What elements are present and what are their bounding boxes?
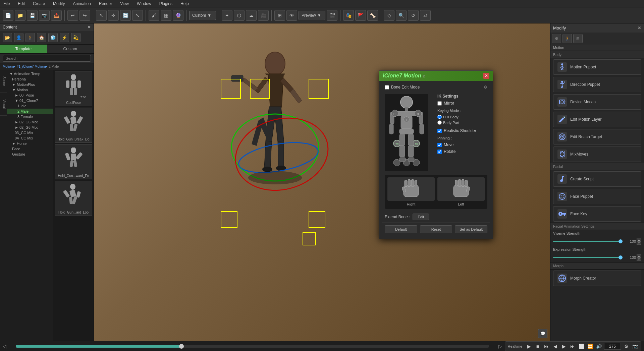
tree-item[interactable]: ► 02_G6 Moti: [7, 119, 53, 125]
align-btn[interactable]: ▦: [161, 10, 171, 21]
paint-btn[interactable]: 🖌: [149, 10, 159, 21]
mirror-checkbox[interactable]: [437, 101, 442, 106]
expression-spin[interactable]: ▲ ▼: [637, 254, 641, 261]
ground-btn[interactable]: ⬡: [234, 10, 245, 21]
modify-tab-sliders[interactable]: ⚙: [552, 34, 561, 43]
viewport[interactable]: iClone7 Motion ♬ ✕ Bone Edit Mode ⚙: [94, 23, 550, 341]
body-part-radio[interactable]: [437, 120, 442, 125]
viseme-slider[interactable]: [553, 241, 621, 242]
thumb-holdgun3[interactable]: Hold_Gun...ard_Loo: [55, 181, 92, 216]
menu-view[interactable]: View: [118, 1, 131, 7]
step-fwd-btn[interactable]: ▶: [560, 343, 567, 350]
timeline-left-arrow[interactable]: ◁: [3, 344, 6, 349]
edit-reach-target-btn[interactable]: Edit Reach Target: [553, 129, 641, 144]
tree-item[interactable]: 3.Female: [7, 114, 53, 119]
audio-btn[interactable]: 🔊: [595, 343, 602, 350]
hand-right[interactable]: Right: [387, 177, 435, 206]
full-body-radio[interactable]: [437, 115, 442, 119]
prop-icon[interactable]: 🧊: [48, 33, 58, 42]
video-btn[interactable]: 🎬: [327, 10, 337, 21]
timeline-bar[interactable]: [16, 345, 489, 348]
default-btn[interactable]: Default: [385, 225, 417, 233]
frame-display[interactable]: 275: [604, 343, 621, 350]
device-mocap-btn[interactable]: Device Mocap: [553, 94, 641, 110]
template-tab[interactable]: Template: [0, 45, 47, 53]
menu-render[interactable]: Render: [97, 1, 114, 7]
thumb-holdgun1[interactable]: Hold_Gun_Break_Do: [55, 108, 92, 143]
mix-moves-btn[interactable]: MixMoves: [553, 147, 641, 162]
save-btn[interactable]: 💾: [27, 10, 38, 21]
bone-edit-settings[interactable]: ⚙: [484, 85, 487, 90]
step-back-btn[interactable]: ◀: [552, 343, 558, 350]
tree-item[interactable]: ► MotionPlus: [7, 82, 53, 87]
menu-file[interactable]: File: [1, 1, 12, 7]
menu-edit[interactable]: Edit: [16, 1, 27, 7]
new-btn[interactable]: 📄: [3, 10, 13, 21]
tree-item[interactable]: ▼ 01_iClone7: [7, 98, 53, 103]
morph-creator-btn[interactable]: Morph Creator: [553, 271, 641, 286]
character-icon[interactable]: 🚶: [25, 33, 35, 42]
viseme-up[interactable]: ▲: [637, 238, 641, 241]
mocap-btn[interactable]: 🎭: [343, 10, 354, 21]
viewport-chat-icon[interactable]: 💬: [538, 329, 547, 338]
thumb-coolpose[interactable]: 7:00 CoolPose: [55, 71, 92, 106]
tree-item[interactable]: ▼ Motion: [7, 87, 53, 93]
extend-edit-btn[interactable]: Edit: [413, 214, 429, 220]
grid-btn[interactable]: ⊞: [274, 10, 285, 21]
tree-item[interactable]: 1.Idle: [7, 103, 53, 109]
folder-icon[interactable]: 📂: [3, 33, 12, 42]
thumb-holdgun2[interactable]: Hold_Gun...ward_En: [55, 144, 92, 179]
visual-tab[interactable]: Visual: [0, 93, 7, 116]
redo-btn[interactable]: ↪: [79, 10, 90, 21]
menu-plugins[interactable]: Plugins: [157, 1, 174, 7]
search-toolbar-btn[interactable]: 🔍: [396, 10, 407, 21]
menu-modify[interactable]: Modify: [51, 1, 67, 7]
sync-btn[interactable]: ⇄: [420, 10, 431, 21]
modify-close[interactable]: ✕: [638, 25, 641, 31]
preview-dropdown[interactable]: Preview ▼: [299, 11, 325, 20]
cam-btn[interactable]: 🎥: [258, 10, 269, 21]
reset-btn[interactable]: Reset: [420, 225, 452, 233]
refresh-btn[interactable]: ↺: [408, 10, 419, 21]
menu-animation[interactable]: Animation: [71, 1, 93, 7]
face-key-btn[interactable]: Face Key: [553, 206, 641, 222]
realistic-shoulder-checkbox[interactable]: [437, 129, 442, 133]
direction-puppet-btn[interactable]: Direction Puppet: [553, 77, 641, 92]
undo-btn[interactable]: ↩: [67, 10, 78, 21]
tree-item[interactable]: 04_CC Mix: [7, 135, 53, 141]
rotate-btn[interactable]: 🔄: [120, 10, 131, 21]
expression-down[interactable]: ▼: [637, 257, 641, 261]
snap-btn[interactable]: 🔮: [173, 10, 183, 21]
face-puppet-btn[interactable]: Face Puppet: [553, 189, 641, 204]
screenshot-btn[interactable]: 📷: [39, 10, 50, 21]
modify-tab-person[interactable]: 🚶: [562, 34, 572, 43]
ik-dialog-titlebar[interactable]: iClone7 Motion ♬ ✕: [379, 71, 493, 81]
ik-dialog-close[interactable]: ✕: [483, 73, 489, 79]
loop-btn[interactable]: 🔁: [587, 343, 593, 350]
camera-btn[interactable]: 📷: [632, 343, 638, 350]
scene-tab[interactable]: Scene: [0, 70, 7, 93]
create-script-btn[interactable]: Create Script: [553, 171, 641, 187]
motion-icon[interactable]: ⚡: [60, 33, 69, 42]
tree-item[interactable]: 03_CC Mix: [7, 130, 53, 135]
menu-create[interactable]: Create: [31, 1, 47, 7]
next-frame-btn[interactable]: ⏭: [569, 343, 576, 350]
tree-item[interactable]: ▼ Animation Temp: [7, 71, 53, 76]
settings-btn[interactable]: ⚙: [623, 343, 630, 350]
move-btn[interactable]: ✛: [108, 10, 119, 21]
light-btn[interactable]: ✦: [222, 10, 232, 21]
person-icon[interactable]: 👤: [14, 33, 23, 42]
bone-edit-checkbox[interactable]: [385, 85, 389, 90]
expression-slider[interactable]: [553, 257, 621, 258]
tree-item[interactable]: ► 02_G6 Moti: [7, 125, 53, 130]
search-input[interactable]: [3, 55, 91, 62]
move-checkbox[interactable]: [437, 143, 442, 147]
rotate-checkbox[interactable]: [437, 150, 442, 154]
expression-up[interactable]: ▲: [637, 254, 641, 257]
flag-btn[interactable]: 🚩: [355, 10, 366, 21]
tree-item[interactable]: Gesture: [7, 152, 53, 157]
tree-item[interactable]: Face: [7, 146, 53, 152]
stop-btn[interactable]: ■: [534, 343, 541, 350]
record-btn[interactable]: ⬜: [578, 343, 585, 350]
timeline-right-arrow[interactable]: ▷: [498, 344, 502, 349]
